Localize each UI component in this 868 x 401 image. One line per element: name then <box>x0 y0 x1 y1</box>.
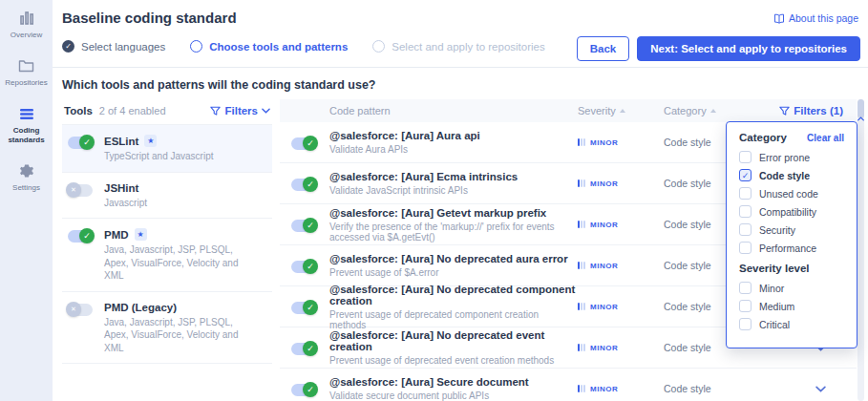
header-divider <box>53 67 868 68</box>
step-choose-tools-and-patterns[interactable]: Choose tools and patterns <box>190 40 348 53</box>
about-this-page-link[interactable]: About this page <box>773 12 858 24</box>
column-code-pattern: Code pattern <box>280 105 578 116</box>
check-icon: ✓ <box>79 135 95 150</box>
checkbox-icon: ✓ <box>739 205 752 218</box>
pattern-title: @salesforce: [Aura] Ecma intrinsics <box>329 171 578 182</box>
list-icon <box>19 105 34 122</box>
severity-badge: MINOR <box>578 344 664 352</box>
tool-row-pmd[interactable]: ✓ PMD ★ Java, Javascript, JSP, PLSQL, Ap… <box>62 218 272 291</box>
stepper: ✓ Select languages Choose tools and patt… <box>62 40 545 53</box>
tools-title: Tools <box>64 105 93 116</box>
section-question: Which tools and patterns will the coding… <box>62 78 376 92</box>
next-button[interactable]: Next: Select and apply to repositories <box>637 36 860 61</box>
vertical-scrollbar[interactable] <box>857 99 864 401</box>
pattern-toggle[interactable]: ✓ <box>291 343 316 355</box>
clear-all-link[interactable]: Clear all <box>807 133 844 143</box>
check-icon: ✓ <box>303 341 318 356</box>
check-icon: ✓ <box>303 136 318 151</box>
severity-badge: MINOR <box>578 303 664 311</box>
column-severity[interactable]: Severity <box>578 105 664 116</box>
pattern-title: @salesforce: [Aura] Getevt markup prefix <box>329 207 578 219</box>
dropdown-severity-title: Severity level <box>739 263 844 274</box>
pattern-title: @salesforce: [Aura] No deprecated event … <box>329 329 578 352</box>
tool-toggle-on[interactable]: ✓ <box>68 137 93 149</box>
pattern-toggle[interactable]: ✓ <box>291 179 316 191</box>
pattern-title: @salesforce: [Aura] No deprecated aura e… <box>329 253 578 264</box>
expand-chevron-icon[interactable] <box>752 386 857 392</box>
filter-option-medium[interactable]: ✓ Medium <box>739 300 844 312</box>
check-icon: ✓ <box>303 259 318 274</box>
filter-option-minor[interactable]: ✓ Minor <box>739 282 844 294</box>
checkbox-icon: ✓ <box>739 300 752 312</box>
step-disabled-radio-icon <box>372 40 385 53</box>
check-icon: ✓ <box>303 300 318 315</box>
severity-minor-icon <box>578 344 585 351</box>
wizard-actions: Back Next: Select and apply to repositor… <box>577 36 860 61</box>
tool-toggle-off[interactable]: ✕ <box>68 184 93 197</box>
pattern-toggle[interactable]: ✓ <box>291 384 316 396</box>
pattern-description: Prevent usage of deprecated component cr… <box>329 309 578 330</box>
tool-languages: TypeScript and Javascript <box>104 150 214 163</box>
tool-row-pmd-legacy[interactable]: ✕ PMD (Legacy) Java, Javascript, JSP, PL… <box>62 291 272 365</box>
sidebar-item-overview[interactable]: Overview <box>0 0 53 48</box>
checkbox-icon: ✓ <box>739 242 752 254</box>
check-icon: ✓ <box>79 228 95 243</box>
tool-toggle-on[interactable]: ✓ <box>68 230 93 243</box>
patterns-filters-button[interactable]: Filters (1) <box>752 105 857 116</box>
sidebar-item-label: Coding standards <box>2 126 51 145</box>
app-window: Overview Repositories Coding standards S… <box>0 0 868 401</box>
sidebar-item-repositories[interactable]: Repositories <box>0 48 53 95</box>
pattern-row: ✓ @salesforce: [Aura] Secure document Va… <box>280 369 857 401</box>
check-icon: ✓ <box>303 177 318 192</box>
checkbox-icon: ✓ <box>739 187 752 200</box>
filter-option-critical[interactable]: ✓ Critical <box>739 318 844 330</box>
severity-badge: MINOR <box>578 262 664 270</box>
severity-badge: MINOR <box>578 385 664 393</box>
sidebar-item-settings[interactable]: Settings <box>0 153 53 200</box>
severity-badge: MINOR <box>578 221 664 229</box>
filter-option-unused-code[interactable]: ✓ Unused code <box>739 187 844 200</box>
step-select-and-apply[interactable]: Select and apply to repositories <box>372 40 544 53</box>
pattern-toggle[interactable]: ✓ <box>291 220 316 232</box>
tool-languages: Java, Javascript, JSP, PLSQL, Apex, Visu… <box>104 316 257 355</box>
filter-option-error-prone[interactable]: ✓ Error prone <box>739 151 844 163</box>
tool-languages: Java, Javascript, JSP, PLSQL, Apex, Visu… <box>104 243 257 283</box>
pattern-toggle[interactable]: ✓ <box>291 137 316 150</box>
filter-option-security[interactable]: ✓ Security <box>739 223 844 236</box>
patterns-table-header: Code pattern Severity Category Filters (… <box>280 99 857 122</box>
pattern-toggle[interactable]: ✓ <box>291 261 316 273</box>
gear-icon <box>19 162 34 179</box>
severity-minor-icon <box>578 179 585 187</box>
chevron-down-icon <box>262 108 270 114</box>
category-cell: Code style <box>664 383 752 394</box>
sidebar-item-label: Overview <box>11 31 42 40</box>
filter-option-compatibility[interactable]: ✓ Compatibility <box>739 205 844 218</box>
dropdown-category-title: Category <box>739 132 787 143</box>
tool-toggle-off[interactable]: ✕ <box>68 304 93 316</box>
tool-row-eslint[interactable]: ✓ ESLint ★ TypeScript and Javascript <box>62 124 272 172</box>
filter-option-code-style[interactable]: ✓ Code style <box>739 169 844 181</box>
filter-option-performance[interactable]: ✓ Performance <box>739 242 844 254</box>
pattern-description: Prevent usage of $A.error <box>329 267 578 278</box>
sidebar-item-coding-standards[interactable]: Coding standards <box>0 95 53 153</box>
check-icon: ✓ <box>303 218 318 233</box>
star-icon: ★ <box>144 135 157 147</box>
sort-caret-icon <box>710 109 716 113</box>
pattern-title: @salesforce: [Aura] No deprecated compon… <box>329 284 578 306</box>
tools-filters-button[interactable]: Filters <box>210 105 270 116</box>
cross-icon: ✕ <box>66 302 81 317</box>
pattern-title: @salesforce: [Aura] Secure document <box>329 376 578 388</box>
checkbox-icon: ✓ <box>739 282 752 294</box>
pattern-description: Verify the presence of the 'markup://' p… <box>329 222 578 243</box>
step-select-languages[interactable]: ✓ Select languages <box>62 40 165 53</box>
tools-enabled-count: 2 of 4 enabled <box>99 105 166 116</box>
funnel-icon <box>779 106 790 116</box>
column-category[interactable]: Category <box>664 105 752 116</box>
severity-minor-icon <box>578 303 585 310</box>
back-button[interactable]: Back <box>577 36 630 61</box>
checkbox-checked-icon: ✓ <box>739 169 752 181</box>
pattern-toggle[interactable]: ✓ <box>291 302 316 314</box>
pattern-description: Validate Aura APIs <box>329 144 578 155</box>
tool-row-jshint[interactable]: ✕ JSHint Javascript <box>62 172 272 219</box>
sort-caret-icon <box>620 109 625 113</box>
